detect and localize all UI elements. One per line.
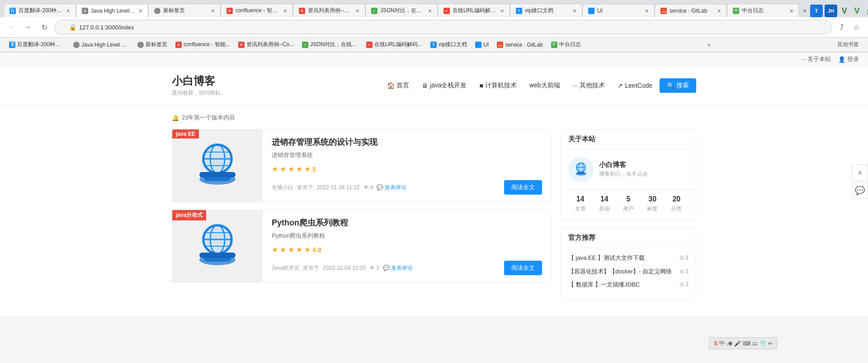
bookmark-label-gitlab: service · GitLab [505,42,542,48]
bookmark-ui[interactable]: UI [472,40,492,49]
tab-gitlab[interactable]: 🦊 service · GitLab × [655,4,727,17]
tab-close-ui[interactable]: × [645,7,649,14]
search-button[interactable]: 🔍 搜索 [660,78,696,93]
other-bookmarks-btn[interactable]: 其他书签 [834,39,863,50]
tab-close-json[interactable]: × [428,7,432,14]
share-icon[interactable]: ⤴ [835,21,848,33]
star2-3: ★ [288,245,294,254]
recommend-item-3[interactable]: 【 数据库 】一文搞懂JDBC ◎ 2 [568,280,689,289]
more-tabs-btn[interactable]: » [799,5,810,16]
bookmark-confluence[interactable]: ✕ confluence - 智能... [172,39,234,50]
bookmark-log[interactable]: 中 中台日志 [547,39,585,50]
user-icon-btn[interactable]: JH [825,5,837,17]
nav-computer-tech[interactable]: ■ 计算机技术 [474,79,522,92]
article-image-1 [172,129,263,202]
site-nav: 🏠 首页 🖥 java全栈开发 ■ 计算机技术 web大前端 ··· 其他技术 [382,78,696,93]
read-more-btn-1[interactable]: 阅读全文 [504,180,542,195]
nav-other-tech[interactable]: ··· 其他技术 [567,79,611,92]
stat-users-label: 用户 [623,205,634,213]
tab-close-vip[interactable]: × [573,7,576,14]
bookmarks-more-btn[interactable]: » [704,40,714,49]
bookmark-info[interactable]: ✕ 资讯列表用例--Co... [235,39,297,50]
views-count-1: 4 [370,184,373,191]
address-bar[interactable]: 🔒 127.0.0.1:3000/index [54,20,832,34]
bookmarks-bar: 百 百度翻译-200种语... Java High Level R... 新标签… [0,38,868,52]
stat-users-value: 5 [627,195,631,203]
nav-home[interactable]: 🏠 首页 [382,79,415,92]
stat-articles-label: 文章 [575,205,586,213]
tab-vip-api[interactable]: T vip接口文档 × [510,4,582,17]
read-more-btn-2[interactable]: 阅读全文 [504,261,542,275]
article-date-1: 2022-11-28 11:22 [317,184,360,191]
login-link[interactable]: 👤 登录 [838,55,859,63]
nav-java-label: java全栈开发 [430,81,467,90]
sidebar-about: 小白博客 博客初心，永不止步 [561,149,696,189]
tab-label-info: 资讯列表用例--Co... [308,7,353,14]
lock-icon: 🔒 [69,24,76,31]
tab-url-encoder[interactable]: ✓ 在线URL编码解码... × [438,4,510,17]
nav-web-frontend[interactable]: web大前端 [524,79,566,92]
puzzle-icon[interactable]: 🧩 [864,5,868,17]
tab-json[interactable]: ✓ JSON对比，在线JS... × [365,4,438,17]
bookmark-gitlab[interactable]: 🦊 service · GitLab [493,40,546,49]
recommend-item-1[interactable]: 【 java EE 】测试大文件下载 ◎ 1 [568,253,689,263]
tab-java-high-level[interactable]: ● Java High Level R... × [76,4,148,17]
refresh-button[interactable]: ↻ [38,21,51,33]
about-site-link[interactable]: ··· 关于本站 [801,55,831,63]
scroll-top-btn[interactable]: ∧ [852,164,868,181]
bookmark-url-encoder[interactable]: ✓ 在线URL编码解码... [363,39,426,50]
back-button[interactable]: ← [5,21,18,33]
tab-ui[interactable]: UI × [582,4,655,17]
forward-button[interactable]: → [22,21,34,33]
stat-tags-label: 标签 [647,205,658,213]
site-logo[interactable]: 小白博客 莫问收获，但问耕耘。 [172,74,226,97]
author-bio: 博客初心，永不止步 [599,170,648,178]
float-buttons: ∧ 💬 [852,164,868,199]
tab-close-gitlab[interactable]: × [717,7,721,14]
tab-log[interactable]: 中 中台日志 × [727,4,799,17]
tab-close-log[interactable]: × [790,7,793,14]
article-card-1: java EE [172,129,552,202]
bookmark-favicon-json: ✓ [302,42,308,48]
nav-java-fullstack[interactable]: 🖥 java全栈开发 [416,79,472,92]
tab-confluence[interactable]: ✕ confluence - 智能... × [221,4,293,17]
avatar-globe-svg [573,161,589,177]
tab-close-java[interactable]: × [139,7,142,14]
recommend-item-2[interactable]: 【容器化技术】【docker】- 自定义网络 ◎ 1 [568,267,689,276]
tab-new[interactable]: 新标签页 × [148,4,221,17]
comment-label-2: 发表评论 [391,264,413,272]
nav-leetcode[interactable]: ↗ LeetCode [612,79,658,92]
comment-link-2[interactable]: 💬 发表评论 [383,264,413,272]
bookmark-json[interactable]: ✓ JSON对比，在线JS... [298,39,362,50]
wechat-float-btn[interactable]: 💬 [852,182,868,199]
bookmark-new-tab[interactable]: 新标签页 [134,39,171,50]
tab-close-url[interactable]: × [500,7,504,14]
bookmark-vip-api[interactable]: T vip接口文档 [427,39,471,50]
bookmark-baidu-translate[interactable]: 百 百度翻译-200种语... [5,39,69,50]
tab-close-info[interactable]: × [356,7,359,14]
article-date-2: 2022-12-04 12:05 [323,265,366,271]
article-title-2[interactable]: Python爬虫系列教程 [272,217,542,228]
comment-icon-2: 💬 [383,265,390,271]
sidebar-stats: 14 文章 14 原创 5 用户 30 标签 [561,189,696,220]
svg-point-5 [203,144,232,173]
recommend-text-2: 【容器化技术】【docker】- 自定义网络 [568,267,678,276]
stat-categories: 20 分类 [671,195,682,213]
nav-computer-label: 计算机技术 [485,81,517,90]
comment-link-1[interactable]: 💬 发表评论 [377,184,406,191]
article-author-1: 全栈小白 [272,184,293,191]
bookmark-java-high-level[interactable]: Java High Level R... [70,40,133,49]
article-image-2 [172,210,263,282]
tab-close-new[interactable]: × [211,7,215,14]
tab-baidu-translate[interactable]: 百 百度翻译-200种语... × [4,4,76,17]
tab-info-list[interactable]: ✕ 资讯列表用例--Co... × [293,4,365,17]
article-badge-2: java分布式 [172,210,206,220]
bookmark-star-icon[interactable]: ☆ [850,21,863,33]
bookmark-label-newtab: 新标签页 [146,41,167,48]
tab-close-confluence[interactable]: × [283,7,287,14]
article-title-1[interactable]: 进销存管理系统的设计与实现 [272,137,542,148]
bookmark-label-info: 资讯列表用例--Co... [246,41,294,48]
tab-close-baidu[interactable]: × [66,7,70,14]
search-icon: 🔍 [667,82,675,89]
tab-favicon-baidu: 百 [9,8,16,14]
